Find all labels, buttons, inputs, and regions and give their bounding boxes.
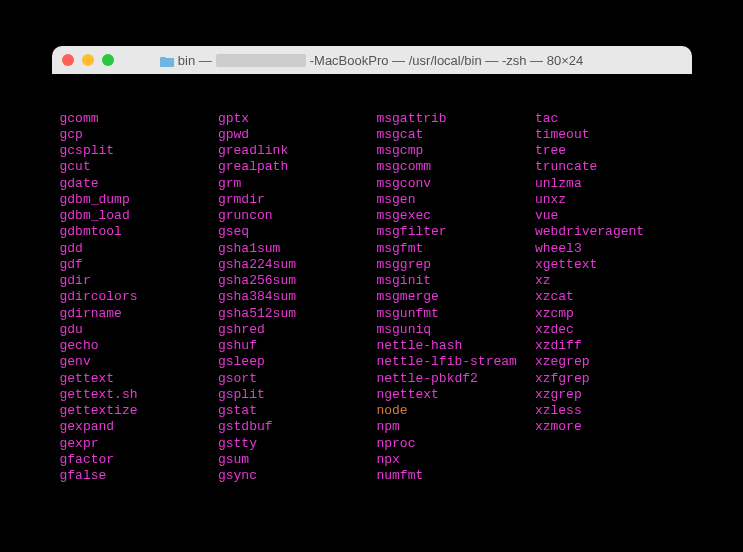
minimize-icon[interactable] <box>82 54 94 66</box>
ls-output: gcommgcpgcsplitgcutgdategdbm_dumpgdbm_lo… <box>60 111 684 485</box>
list-item: gsleep <box>218 354 376 370</box>
list-item: gstty <box>218 436 376 452</box>
list-item: vue <box>535 208 684 224</box>
list-item: xgettext <box>535 257 684 273</box>
list-item: gdir <box>60 273 218 289</box>
list-item: msgfilter <box>376 224 534 240</box>
list-item: gdirname <box>60 306 218 322</box>
list-item: timeout <box>535 127 684 143</box>
list-item: gsync <box>218 468 376 484</box>
list-item: gsha256sum <box>218 273 376 289</box>
list-item: gexpr <box>60 436 218 452</box>
list-item: gdircolors <box>60 289 218 305</box>
list-item: msgmerge <box>376 289 534 305</box>
list-item: gsha1sum <box>218 241 376 257</box>
list-item: tree <box>535 143 684 159</box>
list-item: gsha512sum <box>218 306 376 322</box>
list-item: msgen <box>376 192 534 208</box>
terminal-body[interactable]: gcommgcpgcsplitgcutgdategdbm_dumpgdbm_lo… <box>52 74 692 506</box>
list-item: msguniq <box>376 322 534 338</box>
ls-column: gcommgcpgcsplitgcutgdategdbm_dumpgdbm_lo… <box>60 111 218 485</box>
list-item: nettle-hash <box>376 338 534 354</box>
list-item: ngettext <box>376 387 534 403</box>
list-item: xzless <box>535 403 684 419</box>
list-item: xz <box>535 273 684 289</box>
list-item: gsha224sum <box>218 257 376 273</box>
list-item: gfactor <box>60 452 218 468</box>
list-item: msginit <box>376 273 534 289</box>
list-item: truncate <box>535 159 684 175</box>
list-item: msgconv <box>376 176 534 192</box>
terminal-window: bin — -MacBookPro — /usr/local/bin — -zs… <box>52 46 692 506</box>
titlebar[interactable]: bin — -MacBookPro — /usr/local/bin — -zs… <box>52 46 692 74</box>
list-item: npx <box>376 452 534 468</box>
list-item: gdbm_dump <box>60 192 218 208</box>
list-item: gdu <box>60 322 218 338</box>
list-item: grealpath <box>218 159 376 175</box>
close-icon[interactable] <box>62 54 74 66</box>
list-item: gexpand <box>60 419 218 435</box>
window-title: bin — -MacBookPro — /usr/local/bin — -zs… <box>62 53 682 68</box>
list-item: unlzma <box>535 176 684 192</box>
ls-column: gptxgpwdgreadlinkgrealpathgrmgrmdirgrunc… <box>218 111 376 485</box>
title-suffix: -MacBookPro — /usr/local/bin — -zsh — 80… <box>310 53 583 68</box>
list-item: npm <box>376 419 534 435</box>
list-item: gsplit <box>218 387 376 403</box>
list-item: greadlink <box>218 143 376 159</box>
list-item: gdbm_load <box>60 208 218 224</box>
list-item: gdd <box>60 241 218 257</box>
list-item: xzegrep <box>535 354 684 370</box>
list-item: wheel3 <box>535 241 684 257</box>
list-item: gptx <box>218 111 376 127</box>
list-item: grmdir <box>218 192 376 208</box>
list-item: gcut <box>60 159 218 175</box>
list-item: msgcmp <box>376 143 534 159</box>
list-item: gettext.sh <box>60 387 218 403</box>
title-prefix: bin — <box>178 53 212 68</box>
list-item: gstat <box>218 403 376 419</box>
list-item: nettle-pbkdf2 <box>376 371 534 387</box>
list-item: gpwd <box>218 127 376 143</box>
list-item: gdate <box>60 176 218 192</box>
list-item: msgattrib <box>376 111 534 127</box>
list-item: gettext <box>60 371 218 387</box>
list-item: node <box>376 403 534 419</box>
list-item: webdriveragent <box>535 224 684 240</box>
list-item: gstdbuf <box>218 419 376 435</box>
list-item: gshred <box>218 322 376 338</box>
list-item: unxz <box>535 192 684 208</box>
list-item: gdbmtool <box>60 224 218 240</box>
ls-column: tactimeouttreetruncateunlzmaunxzvuewebdr… <box>535 111 684 485</box>
list-item: gruncon <box>218 208 376 224</box>
list-item: msgcomm <box>376 159 534 175</box>
list-item: gdf <box>60 257 218 273</box>
list-item: msgexec <box>376 208 534 224</box>
list-item: gsum <box>218 452 376 468</box>
list-item: gsha384sum <box>218 289 376 305</box>
list-item: xzmore <box>535 419 684 435</box>
ls-column: msgattribmsgcatmsgcmpmsgcommmsgconvmsgen… <box>376 111 534 485</box>
list-item: nproc <box>376 436 534 452</box>
list-item: msgfmt <box>376 241 534 257</box>
list-item: gettextize <box>60 403 218 419</box>
list-item: xzdec <box>535 322 684 338</box>
list-item: gcp <box>60 127 218 143</box>
list-item: tac <box>535 111 684 127</box>
list-item: gcomm <box>60 111 218 127</box>
list-item: numfmt <box>376 468 534 484</box>
list-item: gshuf <box>218 338 376 354</box>
folder-icon <box>160 55 174 66</box>
list-item: gcsplit <box>60 143 218 159</box>
list-item: xzcmp <box>535 306 684 322</box>
redacted-username <box>216 54 306 67</box>
list-item: xzcat <box>535 289 684 305</box>
traffic-lights <box>62 54 114 66</box>
list-item: msggrep <box>376 257 534 273</box>
list-item: msgcat <box>376 127 534 143</box>
zoom-icon[interactable] <box>102 54 114 66</box>
list-item: msgunfmt <box>376 306 534 322</box>
list-item: xzdiff <box>535 338 684 354</box>
list-item: gfalse <box>60 468 218 484</box>
list-item: gecho <box>60 338 218 354</box>
list-item: nettle-lfib-stream <box>376 354 534 370</box>
